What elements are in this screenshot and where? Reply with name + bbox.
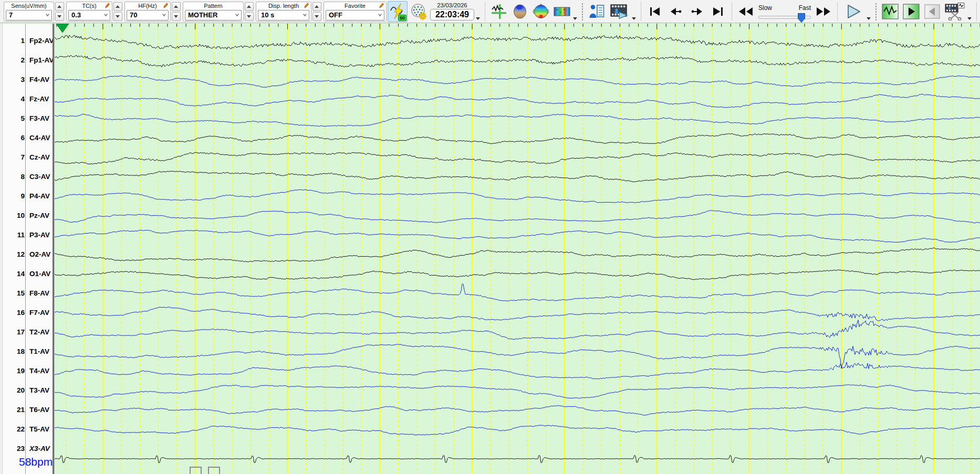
edit-pencil-icon[interactable] (378, 3, 384, 9)
channel-label: O2-AV (29, 250, 50, 258)
notch-filter-50hz-button[interactable]: 50 (388, 1, 408, 22)
datetime-dropdown-arrow[interactable] (476, 17, 480, 20)
channel-row[interactable]: 2Fp1-AV (3, 55, 54, 65)
channel-row[interactable]: 16F7-AV (3, 308, 49, 317)
step-forward-icon (690, 6, 704, 17)
favorite-combobox[interactable]: OFF (326, 10, 384, 20)
eeg-trace-area[interactable] (55, 24, 980, 474)
channel-row[interactable]: 11P3-AV (3, 230, 50, 239)
electrode-head-gear-icon (410, 3, 428, 20)
review-eeg-button[interactable] (880, 1, 900, 22)
channel-number: 23 (3, 445, 25, 452)
sens-label: Sens(uV/mm) (11, 3, 46, 9)
play-dropdown-arrow[interactable] (867, 17, 871, 20)
patient-info-button[interactable] (587, 1, 607, 22)
topography-map-button[interactable] (531, 1, 551, 22)
channel-row[interactable]: 5F3-AV (3, 113, 49, 123)
tc-spinner-up[interactable] (113, 2, 122, 11)
channel-row[interactable]: 15F8-AV (3, 288, 49, 298)
channel-row[interactable]: 20T3-AV (3, 385, 49, 395)
channel-row[interactable]: 19T4-AV (3, 366, 49, 375)
toolbar-separator (732, 2, 732, 21)
rewind-button[interactable] (736, 1, 756, 22)
channel-number: 15 (3, 289, 25, 297)
edit-pencil-icon[interactable] (162, 3, 169, 9)
channel-row[interactable]: 4Fz-AV (3, 94, 49, 103)
video-film-icon (610, 4, 629, 19)
hf-combobox[interactable]: 70 (127, 10, 169, 20)
eeg-trace-view-button[interactable] (489, 1, 509, 22)
channel-row[interactable]: 9P4-AV (3, 191, 50, 201)
hf-spinner-up[interactable] (172, 2, 181, 11)
view-modes-dropdown-arrow[interactable] (573, 17, 577, 20)
rewind-icon (738, 6, 754, 17)
channel-row[interactable]: 3F4-AV (3, 75, 49, 84)
toolbar-drag-handle[interactable] (1, 3, 2, 20)
display-length-spinner-down[interactable] (312, 12, 321, 21)
video-playback-button[interactable] (608, 1, 631, 22)
channel-row[interactable]: 22T5-AV (3, 424, 49, 434)
channel-row[interactable]: 6C4-AV (3, 133, 50, 142)
pattern-spinner-down[interactable] (245, 12, 254, 21)
waveform-axis-icon (491, 3, 507, 20)
step-forward-button[interactable] (687, 1, 707, 22)
topo-head-icon (533, 3, 549, 20)
brain-map-3d-button[interactable] (510, 1, 530, 22)
review-waveform-icon (882, 4, 899, 19)
channel-number: 14 (3, 270, 25, 278)
play-forward-review-button[interactable] (901, 1, 921, 22)
tc-spinner-down[interactable] (113, 12, 122, 21)
step-back-button[interactable] (666, 1, 686, 22)
head-3d-icon (512, 3, 528, 20)
clip-video-button[interactable] (943, 1, 966, 22)
channel-label: Fz-AV (29, 95, 49, 103)
channel-row[interactable]: 7Cz-AV (3, 152, 50, 162)
play-backward-review-button[interactable] (922, 1, 942, 22)
sens-spinner-down[interactable] (55, 12, 64, 21)
skip-to-start-button[interactable] (645, 1, 665, 22)
pattern-spinner-up[interactable] (245, 2, 254, 11)
eeg-traces-canvas[interactable] (55, 24, 980, 474)
sens-combobox[interactable]: 7 (6, 10, 52, 20)
edit-pencil-icon[interactable] (303, 3, 309, 9)
channel-row[interactable]: 18T1-AV (3, 346, 49, 356)
channel-row[interactable]: 17T2-AV (3, 327, 49, 336)
speed-slider-track[interactable] (758, 16, 811, 19)
speed-slider-handle[interactable] (798, 13, 805, 23)
channel-row[interactable]: 1Fp2-AV (3, 36, 54, 45)
video-dropdown-arrow[interactable] (632, 17, 636, 20)
channel-row[interactable]: 23X3-AV (3, 444, 50, 453)
pattern-combobox[interactable]: MOTHER (185, 10, 242, 20)
spectrogram-dsa-button[interactable] (552, 1, 572, 22)
sens-value: 7 (9, 11, 13, 19)
channel-row[interactable]: 8C3-AV (3, 172, 50, 181)
channel-label: P4-AV (29, 192, 50, 200)
channel-label: F8-AV (29, 289, 49, 297)
display-length-group: Disp. length 10 s (256, 2, 311, 22)
chevron-down-icon (162, 13, 166, 17)
tc-value: 0.3 (71, 11, 81, 19)
clip-dropdown-arrow[interactable] (967, 17, 972, 20)
channel-label: T1-AV (29, 347, 49, 355)
channel-label: O1-AV (29, 270, 50, 278)
chevron-down-icon (303, 13, 307, 17)
channel-row[interactable]: 21T6-AV (3, 405, 49, 414)
display-length-combobox[interactable]: 10 s (258, 10, 309, 20)
channel-row[interactable]: 10Pz-AV (3, 210, 49, 220)
sens-spinner-up[interactable] (55, 2, 64, 11)
channel-number: 19 (3, 367, 25, 375)
channel-label: X3-AV (29, 445, 50, 452)
channel-row[interactable]: 14O1-AV (3, 269, 50, 278)
edit-pencil-icon[interactable] (104, 3, 110, 9)
channel-label: T6-AV (29, 406, 49, 414)
hf-spinner-down[interactable] (172, 12, 181, 21)
channel-label: Fp1-AV (29, 56, 54, 64)
event-marker-triangle[interactable] (56, 24, 69, 33)
play-button[interactable] (841, 1, 866, 22)
electrode-montage-settings-button[interactable] (409, 1, 429, 22)
skip-to-end-button[interactable] (708, 1, 728, 22)
display-length-spinner-up[interactable] (312, 2, 321, 11)
tc-combobox[interactable]: 0.3 (68, 10, 110, 20)
channel-row[interactable]: 12O2-AV (3, 249, 50, 259)
fast-forward-button[interactable] (814, 1, 833, 22)
